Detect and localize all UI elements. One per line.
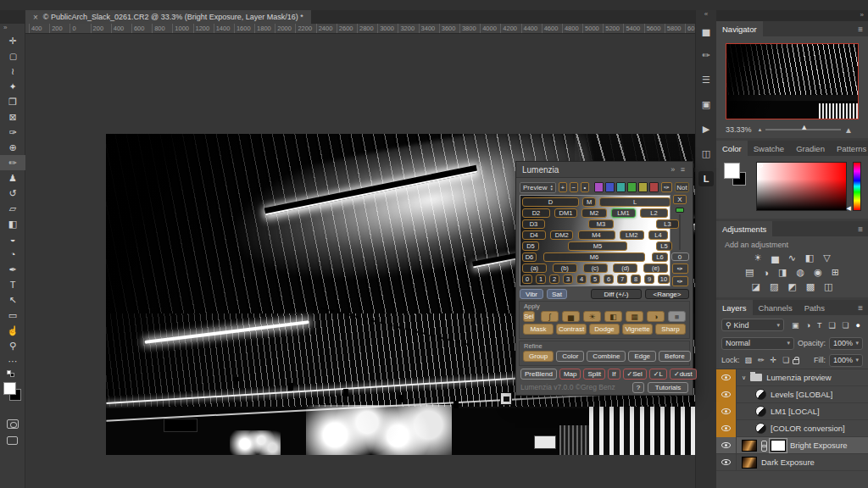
- lock-transparency-icon[interactable]: ▨: [745, 356, 753, 364]
- zoom-level[interactable]: 33.33%: [726, 125, 752, 134]
- history-brush-tool[interactable]: ↺: [0, 186, 25, 201]
- red-swatch[interactable]: [649, 182, 659, 192]
- luminosity-mask-button[interactable]: D3: [522, 219, 545, 229]
- luminosity-mask-button[interactable]: 0: [522, 274, 532, 284]
- dot-button[interactable]: •: [581, 182, 589, 192]
- crop-tool[interactable]: ❐: [0, 94, 25, 109]
- pen-tool[interactable]: ✒: [0, 262, 25, 277]
- screen-mode-icon[interactable]: [7, 436, 18, 445]
- curves-icon[interactable]: ∿: [788, 252, 796, 263]
- eyedropper-button-1[interactable]: ✑: [672, 263, 688, 274]
- expand-panels-icon[interactable]: «: [696, 10, 716, 19]
- subtract-button[interactable]: −: [570, 182, 578, 192]
- layer-visibility-toggle[interactable]: [716, 386, 737, 403]
- layer-name[interactable]: Lumenzia preview: [766, 373, 832, 382]
- object-selection-tool[interactable]: ✦: [0, 79, 25, 94]
- filter-shape-icon[interactable]: ❑: [828, 321, 835, 330]
- eyedropper-button-2[interactable]: ✑: [672, 276, 688, 286]
- layer-row[interactable]: Dark Exposure: [716, 454, 868, 471]
- lumenzia-panel-icon[interactable]: L: [696, 166, 716, 191]
- refine-button[interactable]: Group: [523, 351, 554, 362]
- curves-icon[interactable]: ʃ: [541, 311, 559, 322]
- refine-button[interactable]: Color: [556, 351, 584, 362]
- layer-name[interactable]: Dark Exposure: [761, 458, 815, 467]
- edit-toolbar-icon[interactable]: ⋯: [0, 353, 25, 369]
- lock-move-icon[interactable]: ✛: [771, 356, 777, 364]
- help-button[interactable]: ?: [632, 382, 644, 393]
- eyedropper-icon[interactable]: ✑: [661, 182, 672, 192]
- layers-panel-tab[interactable]: Channels: [753, 300, 798, 315]
- gradient-tool[interactable]: ◧: [0, 216, 25, 231]
- blend-mode-dropdown[interactable]: Normal ▾: [721, 337, 794, 350]
- fill-dropdown[interactable]: 100% ▾: [829, 354, 863, 367]
- gradient-map-icon[interactable]: ▩: [806, 281, 815, 292]
- posterize-icon[interactable]: ▨: [770, 281, 778, 292]
- saturation-brightness-field[interactable]: ◀: [756, 162, 847, 211]
- toolbar-collapse-icon[interactable]: »: [0, 24, 25, 33]
- foreground-color-swatch[interactable]: [3, 382, 16, 395]
- luminosity-mask-button[interactable]: L4: [648, 230, 668, 240]
- brush-tool[interactable]: ✏: [0, 155, 25, 170]
- luminosity-mask-button[interactable]: 1: [536, 274, 546, 284]
- hue-bar[interactable]: [853, 162, 861, 211]
- luminosity-mask-button[interactable]: 2: [549, 274, 559, 284]
- luminosity-mask-button[interactable]: D: [522, 197, 579, 207]
- bw-preview-icon[interactable]: ◧: [604, 311, 622, 322]
- luminosity-mask-button[interactable]: D4: [522, 230, 546, 240]
- teal-swatch[interactable]: [616, 182, 626, 192]
- filter-adjustment-icon[interactable]: ◑: [806, 321, 810, 330]
- luminosity-mask-button[interactable]: DM1: [554, 208, 577, 218]
- actions-panel-icon[interactable]: ▶: [696, 117, 716, 141]
- luminosity-mask-button[interactable]: D6: [522, 252, 537, 262]
- group-caret-icon[interactable]: ∨: [742, 374, 746, 381]
- luminosity-mask-button[interactable]: M6: [543, 252, 645, 262]
- saturation-button[interactable]: Sat: [547, 289, 567, 299]
- mask-link-icon[interactable]: [761, 441, 766, 451]
- exposure-icon[interactable]: ◧: [805, 252, 814, 263]
- filter-kind-dropdown[interactable]: ⚲ Kind ▾: [721, 319, 784, 331]
- luminosity-mask-button[interactable]: 10: [658, 274, 670, 284]
- opacity-slider[interactable]: [679, 214, 681, 250]
- lasso-tool[interactable]: ≀: [0, 64, 25, 79]
- advanced-button[interactable]: If: [608, 369, 620, 380]
- eraser-tool[interactable]: ▱: [0, 201, 25, 216]
- filter-smartobject-icon[interactable]: ❏: [843, 321, 849, 330]
- apply-button[interactable]: Sharp: [655, 324, 686, 335]
- layer-row[interactable]: ∨ Lumenzia preview: [716, 369, 868, 386]
- luminosity-mask-button[interactable]: 4: [576, 274, 587, 284]
- x-cancel-button[interactable]: X: [673, 195, 687, 204]
- channel-mixer-icon[interactable]: ◉: [814, 267, 822, 278]
- zoom-slider-thumb[interactable]: ▲: [800, 123, 808, 131]
- luminosity-mask-button[interactable]: DM2: [550, 230, 573, 240]
- properties-panel-icon[interactable]: ☰: [696, 68, 716, 92]
- tab-navigator[interactable]: Navigator: [716, 21, 763, 36]
- panel-menu-icon[interactable]: ≡: [853, 21, 868, 36]
- hue-saturation-icon[interactable]: ▤: [745, 267, 754, 278]
- flat-icon[interactable]: ■: [668, 311, 686, 322]
- balance-icon[interactable]: ◑: [647, 311, 665, 322]
- color-lookup-icon[interactable]: ⊞: [832, 267, 839, 278]
- navigator-thumbnail[interactable]: [726, 43, 859, 119]
- layer-name[interactable]: LM1 [LOCAL]: [771, 407, 820, 416]
- type-tool[interactable]: T: [0, 277, 25, 292]
- path-select-tool[interactable]: ↖: [0, 292, 25, 308]
- layer-row[interactable]: LM1 [LOCAL]: [716, 403, 868, 420]
- lock-all-icon[interactable]: [793, 359, 799, 364]
- refine-button[interactable]: Before: [659, 351, 691, 362]
- layer-row[interactable]: [COLOR conversion]: [716, 420, 868, 437]
- luminosity-mask-button[interactable]: LM1: [611, 208, 636, 218]
- luminosity-mask-button[interactable]: 3: [563, 274, 573, 284]
- luminosity-mask-button[interactable]: 8: [631, 274, 641, 284]
- histogram-panel-icon[interactable]: ▅: [696, 19, 716, 43]
- diff-button[interactable]: Diff (+/-): [591, 289, 642, 299]
- lock-paint-icon[interactable]: ✏: [758, 356, 765, 364]
- layer-thumbnail[interactable]: [742, 457, 757, 469]
- panel-menu-icon[interactable]: ≡: [681, 165, 687, 174]
- layer-visibility-toggle[interactable]: [716, 420, 737, 437]
- luminosity-mask-button[interactable]: L6: [652, 252, 668, 262]
- vibrance-icon[interactable]: ▽: [823, 252, 830, 263]
- advanced-button[interactable]: Map: [559, 369, 581, 380]
- luminosity-mask-button[interactable]: 6: [604, 274, 614, 284]
- panel-collapse-icon[interactable]: »: [670, 165, 676, 174]
- luminosity-mask-button[interactable]: M4: [578, 230, 615, 240]
